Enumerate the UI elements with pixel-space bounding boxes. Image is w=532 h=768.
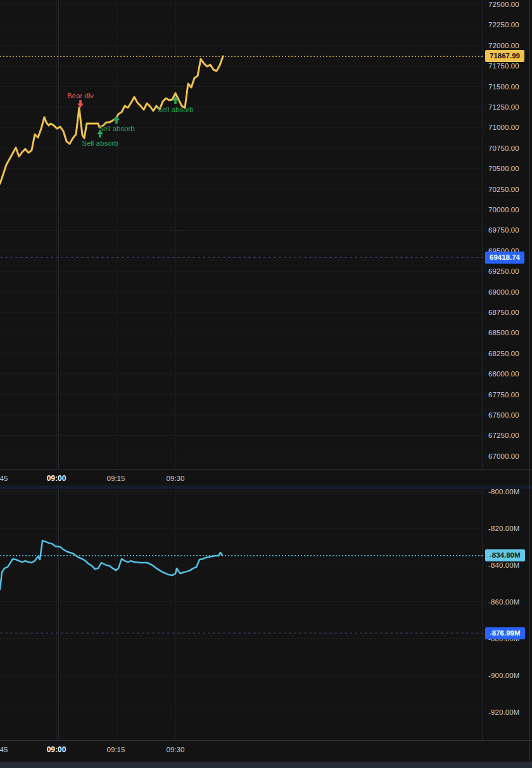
axis-tick-label: 71000.00 xyxy=(488,123,519,132)
axis-tick-label: 68750.00 xyxy=(488,308,519,317)
time-tick-label: 09:30 xyxy=(167,745,185,754)
bottom-toolbar-edge xyxy=(0,762,532,768)
trading-chart-window: Bear divSell absorbSell absorbSell absor… xyxy=(0,0,532,768)
axis-tick-label: 67500.00 xyxy=(488,411,519,419)
axis-tick-label: 72000.00 xyxy=(488,41,519,50)
axis-tick-label: 69250.00 xyxy=(488,267,519,276)
axis-tick-label: -840.00M xyxy=(488,561,519,570)
last-indicator-badge: -834.80M xyxy=(485,549,525,561)
axis-tick-label: 68500.00 xyxy=(488,328,519,337)
level-indicator-badge: -876.99M xyxy=(485,627,525,639)
axis-tick-label: 67000.00 xyxy=(488,452,519,461)
axis-tick-label: 70500.00 xyxy=(488,164,519,173)
axis-tick-label: 72250.00 xyxy=(488,20,519,29)
axis-tick-label: 67750.00 xyxy=(488,390,519,399)
price-series-svg xyxy=(0,0,483,469)
chart-right-border xyxy=(529,0,530,762)
time-tick-label: 09:30 xyxy=(167,474,185,483)
axis-tick-label: 71250.00 xyxy=(488,103,519,112)
indicator-series-svg xyxy=(0,489,483,740)
indicator-axis[interactable]: -834.80M -876.99M -800.00M-820.00M-840.0… xyxy=(483,489,532,740)
green-up-arrow-icon xyxy=(172,96,179,104)
red-down-arrow-icon xyxy=(77,100,84,108)
axis-tick-label: -920.00M xyxy=(488,708,519,717)
time-tick-label: 45 xyxy=(0,474,8,483)
axis-tick-label: -800.00M xyxy=(488,487,519,496)
axis-tick-label: 70250.00 xyxy=(488,185,519,194)
axis-tick-label: -820.00M xyxy=(488,524,519,533)
time-tick-label: 09:00 xyxy=(47,474,66,483)
level-price-badge: 69418.74 xyxy=(485,252,524,264)
price-chart-plot[interactable]: Bear divSell absorbSell absorbSell absor… xyxy=(0,0,483,469)
time-tick-label: 09:00 xyxy=(47,745,66,754)
time-axis-top[interactable]: 4509:0009:1509:30 xyxy=(0,469,532,485)
axis-tick-label: 67250.00 xyxy=(488,431,519,440)
axis-tick-label: 72500.00 xyxy=(488,0,519,9)
sell-absorb-annotation: Sell absorb xyxy=(82,139,118,147)
sell-absorb-annotation: Sell absorb xyxy=(157,106,194,113)
green-up-arrow-icon xyxy=(113,116,120,124)
bear-div-annotation: Bear div xyxy=(67,92,94,99)
axis-tick-label: 68000.00 xyxy=(488,369,519,378)
axis-tick-label: -900.00M xyxy=(488,671,519,680)
price-axis[interactable]: 71867.99 69418.74 72500.0072250.0072000.… xyxy=(483,0,532,469)
sell-absorb-annotation: Sell absorb xyxy=(98,125,135,132)
time-tick-label: 09:15 xyxy=(107,474,125,483)
axis-tick-label: 70750.00 xyxy=(488,144,519,153)
axis-tick-label: 69000.00 xyxy=(488,288,519,297)
time-tick-label: 45 xyxy=(0,745,8,754)
last-price-badge: 71867.99 xyxy=(485,50,524,62)
axis-tick-label: 68250.00 xyxy=(488,349,519,358)
indicator-chart-plot[interactable] xyxy=(0,489,483,740)
axis-tick-label: 71500.00 xyxy=(488,82,519,91)
axis-tick-label: 71750.00 xyxy=(488,61,519,70)
axis-tick-label: 69750.00 xyxy=(488,226,519,234)
axis-tick-label: -860.00M xyxy=(488,598,519,606)
time-tick-label: 09:15 xyxy=(107,745,125,754)
time-axis-bottom[interactable]: 4509:0009:1509:30 xyxy=(0,740,532,758)
axis-tick-label: 70000.00 xyxy=(488,205,519,214)
